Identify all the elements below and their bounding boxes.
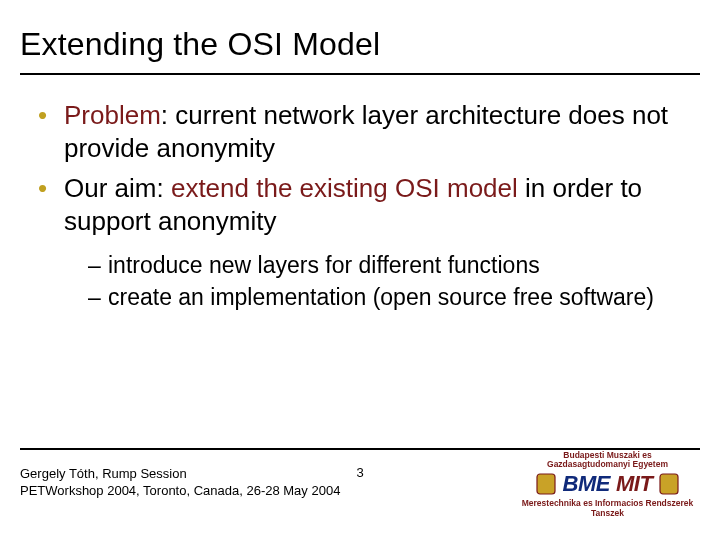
logo-row: BME MIT: [515, 471, 700, 497]
logo-mit-text: MIT: [616, 471, 652, 497]
bullet-1-colon: :: [161, 100, 175, 130]
logo-top-text: Budapesti Muszaki es Gazdasagtudomanyi E…: [515, 451, 700, 469]
bullet-2-pre: Our aim:: [64, 173, 171, 203]
logo: Budapesti Muszaki es Gazdasagtudomanyi E…: [515, 451, 700, 518]
footer-line-2: PETWorkshop 2004, Toronto, Canada, 26-28…: [20, 483, 340, 500]
sub-bullet-2: create an implementation (open source fr…: [88, 282, 690, 312]
bullet-2: Our aim: extend the existing OSI model i…: [36, 172, 690, 239]
logo-bme-text: BME: [563, 471, 610, 497]
content-area: Problem: current network layer architect…: [0, 75, 720, 313]
bullet-1-lead: Problem: [64, 100, 161, 130]
logo-bottom-text: Merestechnika es Informacios Rendszerek …: [515, 498, 700, 518]
svg-rect-0: [537, 474, 555, 494]
slide-title: Extending the OSI Model: [0, 0, 720, 73]
logo-top-line2: Gazdasagtudomanyi Egyetem: [547, 459, 668, 469]
svg-rect-1: [660, 474, 678, 494]
bullet-2-highlight: extend the existing OSI model: [171, 173, 518, 203]
logo-crest-icon-right: [658, 472, 680, 496]
sub-bullets: introduce new layers for different funct…: [36, 250, 690, 313]
logo-crest-icon: [535, 472, 557, 496]
sub-bullet-1: introduce new layers for different funct…: [88, 250, 690, 280]
bullet-1: Problem: current network layer architect…: [36, 99, 690, 166]
